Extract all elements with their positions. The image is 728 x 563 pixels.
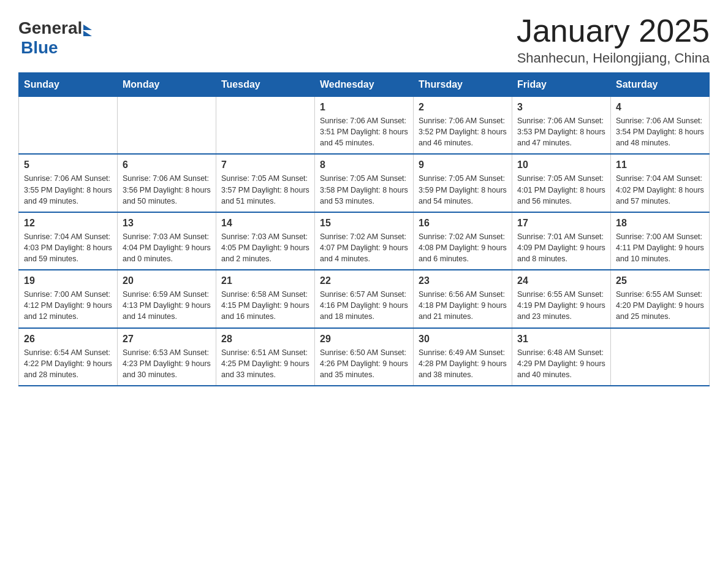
- table-row: 18Sunrise: 7:00 AM Sunset: 4:11 PM Dayli…: [611, 212, 710, 270]
- day-info: Sunrise: 6:51 AM Sunset: 4:25 PM Dayligh…: [221, 347, 309, 380]
- table-row: 10Sunrise: 7:05 AM Sunset: 4:01 PM Dayli…: [512, 154, 611, 212]
- table-row: 7Sunrise: 7:05 AM Sunset: 3:57 PM Daylig…: [216, 154, 315, 212]
- day-number: 27: [123, 334, 211, 345]
- day-number: 7: [221, 159, 309, 170]
- table-row: 6Sunrise: 7:06 AM Sunset: 3:56 PM Daylig…: [118, 154, 216, 212]
- table-row: 17Sunrise: 7:01 AM Sunset: 4:09 PM Dayli…: [512, 212, 611, 270]
- col-friday: Friday: [512, 73, 611, 97]
- day-number: 13: [123, 218, 211, 229]
- day-number: 21: [221, 275, 309, 286]
- table-row: 25Sunrise: 6:55 AM Sunset: 4:20 PM Dayli…: [611, 270, 710, 327]
- logo: General Blue: [18, 18, 92, 58]
- day-number: 23: [419, 275, 507, 286]
- day-info: Sunrise: 7:02 AM Sunset: 4:07 PM Dayligh…: [320, 231, 408, 264]
- table-row: 2Sunrise: 7:06 AM Sunset: 3:52 PM Daylig…: [414, 97, 512, 155]
- day-number: 19: [24, 275, 112, 286]
- table-row: 12Sunrise: 7:04 AM Sunset: 4:03 PM Dayli…: [19, 212, 118, 270]
- calendar-week-row: 19Sunrise: 7:00 AM Sunset: 4:12 PM Dayli…: [19, 270, 710, 327]
- table-row: [216, 97, 315, 155]
- day-number: 25: [616, 275, 704, 286]
- day-info: Sunrise: 7:05 AM Sunset: 3:59 PM Dayligh…: [419, 173, 507, 206]
- table-row: 29Sunrise: 6:50 AM Sunset: 4:26 PM Dayli…: [315, 328, 414, 386]
- day-number: 24: [517, 275, 605, 286]
- day-info: Sunrise: 6:49 AM Sunset: 4:28 PM Dayligh…: [419, 347, 507, 380]
- calendar-week-row: 26Sunrise: 6:54 AM Sunset: 4:22 PM Dayli…: [19, 328, 710, 386]
- table-row: 27Sunrise: 6:53 AM Sunset: 4:23 PM Dayli…: [118, 328, 216, 386]
- page-header: General Blue January 2025 Shanhecun, Hei…: [18, 12, 710, 66]
- col-saturday: Saturday: [611, 73, 710, 97]
- day-number: 20: [123, 275, 211, 286]
- day-number: 9: [419, 159, 507, 170]
- day-number: 14: [221, 218, 309, 229]
- table-row: [19, 97, 118, 155]
- table-row: 31Sunrise: 6:48 AM Sunset: 4:29 PM Dayli…: [512, 328, 611, 386]
- table-row: 5Sunrise: 7:06 AM Sunset: 3:55 PM Daylig…: [19, 154, 118, 212]
- calendar-week-row: 12Sunrise: 7:04 AM Sunset: 4:03 PM Dayli…: [19, 212, 710, 270]
- calendar-week-row: 1Sunrise: 7:06 AM Sunset: 3:51 PM Daylig…: [19, 97, 710, 155]
- table-row: 1Sunrise: 7:06 AM Sunset: 3:51 PM Daylig…: [315, 97, 414, 155]
- table-row: 21Sunrise: 6:58 AM Sunset: 4:15 PM Dayli…: [216, 270, 315, 327]
- day-info: Sunrise: 6:54 AM Sunset: 4:22 PM Dayligh…: [24, 347, 112, 380]
- logo-blue-text: Blue: [21, 38, 58, 58]
- title-area: January 2025 Shanhecun, Heilongjiang, Ch…: [517, 12, 710, 66]
- calendar-header-row: Sunday Monday Tuesday Wednesday Thursday…: [19, 73, 710, 97]
- day-info: Sunrise: 7:03 AM Sunset: 4:05 PM Dayligh…: [221, 231, 309, 264]
- day-info: Sunrise: 7:06 AM Sunset: 3:52 PM Dayligh…: [419, 115, 507, 148]
- day-info: Sunrise: 6:48 AM Sunset: 4:29 PM Dayligh…: [517, 347, 605, 380]
- table-row: 3Sunrise: 7:06 AM Sunset: 3:53 PM Daylig…: [512, 97, 611, 155]
- table-row: 19Sunrise: 7:00 AM Sunset: 4:12 PM Dayli…: [19, 270, 118, 327]
- table-row: 30Sunrise: 6:49 AM Sunset: 4:28 PM Dayli…: [414, 328, 512, 386]
- table-row: 11Sunrise: 7:04 AM Sunset: 4:02 PM Dayli…: [611, 154, 710, 212]
- day-info: Sunrise: 7:06 AM Sunset: 3:51 PM Dayligh…: [320, 115, 408, 148]
- day-info: Sunrise: 6:59 AM Sunset: 4:13 PM Dayligh…: [123, 289, 211, 322]
- col-tuesday: Tuesday: [216, 73, 315, 97]
- table-row: 8Sunrise: 7:05 AM Sunset: 3:58 PM Daylig…: [315, 154, 414, 212]
- table-row: 26Sunrise: 6:54 AM Sunset: 4:22 PM Dayli…: [19, 328, 118, 386]
- day-info: Sunrise: 7:01 AM Sunset: 4:09 PM Dayligh…: [517, 231, 605, 264]
- table-row: 9Sunrise: 7:05 AM Sunset: 3:59 PM Daylig…: [414, 154, 512, 212]
- day-info: Sunrise: 7:03 AM Sunset: 4:04 PM Dayligh…: [123, 231, 211, 264]
- day-info: Sunrise: 7:02 AM Sunset: 4:08 PM Dayligh…: [419, 231, 507, 264]
- day-number: 8: [320, 159, 408, 170]
- day-info: Sunrise: 6:58 AM Sunset: 4:15 PM Dayligh…: [221, 289, 309, 322]
- day-info: Sunrise: 7:00 AM Sunset: 4:12 PM Dayligh…: [24, 289, 112, 322]
- table-row: 15Sunrise: 7:02 AM Sunset: 4:07 PM Dayli…: [315, 212, 414, 270]
- day-number: 2: [419, 102, 507, 113]
- table-row: [611, 328, 710, 386]
- day-info: Sunrise: 7:04 AM Sunset: 4:03 PM Dayligh…: [24, 231, 112, 264]
- table-row: 23Sunrise: 6:56 AM Sunset: 4:18 PM Dayli…: [414, 270, 512, 327]
- calendar-week-row: 5Sunrise: 7:06 AM Sunset: 3:55 PM Daylig…: [19, 154, 710, 212]
- table-row: 24Sunrise: 6:55 AM Sunset: 4:19 PM Dayli…: [512, 270, 611, 327]
- table-row: 16Sunrise: 7:02 AM Sunset: 4:08 PM Dayli…: [414, 212, 512, 270]
- day-number: 28: [221, 334, 309, 345]
- day-number: 3: [517, 102, 605, 113]
- day-info: Sunrise: 7:06 AM Sunset: 3:53 PM Dayligh…: [517, 115, 605, 148]
- table-row: 20Sunrise: 6:59 AM Sunset: 4:13 PM Dayli…: [118, 270, 216, 327]
- day-info: Sunrise: 7:06 AM Sunset: 3:56 PM Dayligh…: [123, 173, 211, 206]
- day-number: 1: [320, 102, 408, 113]
- day-number: 30: [419, 334, 507, 345]
- day-info: Sunrise: 6:57 AM Sunset: 4:16 PM Dayligh…: [320, 289, 408, 322]
- day-info: Sunrise: 6:55 AM Sunset: 4:19 PM Dayligh…: [517, 289, 605, 322]
- day-number: 6: [123, 159, 211, 170]
- col-sunday: Sunday: [19, 73, 118, 97]
- day-info: Sunrise: 7:04 AM Sunset: 4:02 PM Dayligh…: [616, 173, 704, 206]
- day-info: Sunrise: 6:55 AM Sunset: 4:20 PM Dayligh…: [616, 289, 704, 322]
- day-info: Sunrise: 6:53 AM Sunset: 4:23 PM Dayligh…: [123, 347, 211, 380]
- table-row: 13Sunrise: 7:03 AM Sunset: 4:04 PM Dayli…: [118, 212, 216, 270]
- day-info: Sunrise: 6:50 AM Sunset: 4:26 PM Dayligh…: [320, 347, 408, 380]
- table-row: 14Sunrise: 7:03 AM Sunset: 4:05 PM Dayli…: [216, 212, 315, 270]
- day-info: Sunrise: 7:06 AM Sunset: 3:55 PM Dayligh…: [24, 173, 112, 206]
- day-info: Sunrise: 6:56 AM Sunset: 4:18 PM Dayligh…: [419, 289, 507, 322]
- day-number: 26: [24, 334, 112, 345]
- day-number: 18: [616, 218, 704, 229]
- day-number: 10: [517, 159, 605, 170]
- calendar-table: Sunday Monday Tuesday Wednesday Thursday…: [18, 72, 710, 386]
- day-info: Sunrise: 7:06 AM Sunset: 3:54 PM Dayligh…: [616, 115, 704, 148]
- table-row: 4Sunrise: 7:06 AM Sunset: 3:54 PM Daylig…: [611, 97, 710, 155]
- day-number: 31: [517, 334, 605, 345]
- location-title: Shanhecun, Heilongjiang, China: [517, 50, 710, 66]
- day-info: Sunrise: 7:05 AM Sunset: 3:57 PM Dayligh…: [221, 173, 309, 206]
- day-number: 29: [320, 334, 408, 345]
- col-wednesday: Wednesday: [315, 73, 414, 97]
